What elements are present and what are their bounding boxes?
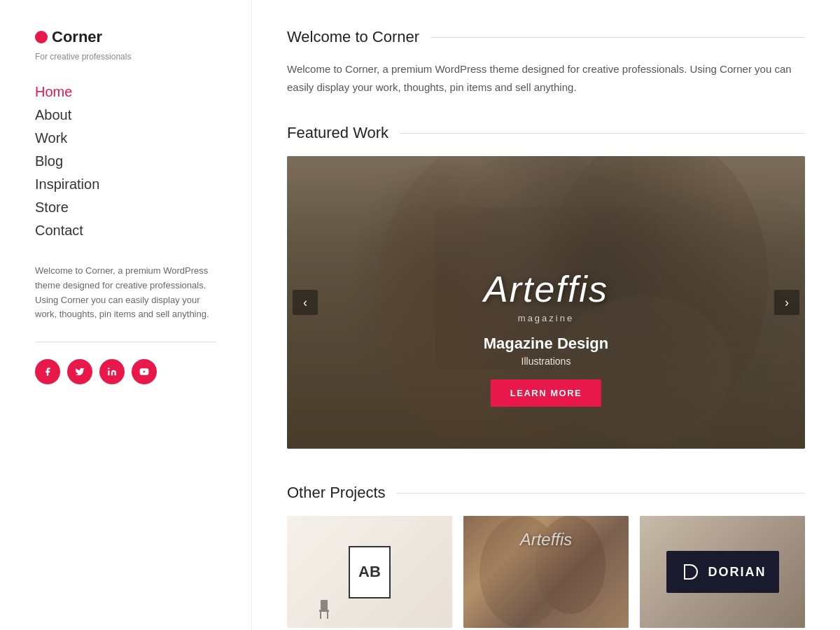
logo-dot (35, 31, 48, 43)
twitter-icon[interactable] (67, 359, 92, 384)
featured-work-slider: Arteffis magazine Magazine Design Illust… (287, 156, 805, 449)
nav-link-work[interactable]: Work (35, 127, 216, 149)
nav-link-home[interactable]: Home (35, 81, 216, 103)
dorian-logo-icon (679, 561, 701, 583)
other-projects-section: Other Projects AB (287, 484, 805, 628)
project-card-1-logo: AB (349, 546, 391, 598)
svg-rect-9 (327, 612, 328, 619)
nav-item-inspiration[interactable]: Inspiration (35, 174, 216, 195)
social-icons (35, 359, 216, 384)
featured-work-divider (400, 133, 805, 134)
nav-item-work[interactable]: Work (35, 127, 216, 149)
other-projects-title: Other Projects (287, 484, 386, 502)
featured-work-section: Featured Work Arteffis magazine Magazine… (287, 124, 805, 449)
facebook-icon[interactable] (35, 359, 60, 384)
nav-link-store[interactable]: Store (35, 197, 216, 218)
nav-link-contact[interactable]: Contact (35, 220, 216, 241)
main-content: Welcome to Corner Welcome to Corner, a p… (252, 0, 840, 630)
sidebar: Corner For creative professionals Home A… (0, 0, 252, 630)
project-card-1-letters: AB (358, 563, 381, 581)
nav-link-blog[interactable]: Blog (35, 150, 216, 172)
nav-item-contact[interactable]: Contact (35, 220, 216, 241)
logo-area: Corner (35, 28, 216, 46)
slider-subtitle: Illustrations (484, 356, 608, 367)
slider-logo-sub: magazine (484, 313, 608, 323)
slider-logo-text: Arteffis (484, 268, 608, 310)
sidebar-description: Welcome to Corner, a premium WordPress t… (35, 264, 216, 322)
svg-point-11 (536, 516, 606, 614)
project-card-3[interactable]: DORIAN (640, 516, 805, 628)
slider-content: Arteffis magazine Magazine Design Illust… (484, 268, 608, 407)
welcome-title: Welcome to Corner (287, 28, 419, 46)
nav-item-home[interactable]: Home (35, 81, 216, 103)
slider-title: Magazine Design (484, 335, 608, 353)
dorian-brand-text: DORIAN (708, 565, 766, 580)
featured-work-header: Featured Work (287, 124, 805, 142)
nav-link-about[interactable]: About (35, 104, 216, 126)
nav-link-inspiration[interactable]: Inspiration (35, 174, 216, 195)
slider-learn-more-button[interactable]: LEARN MORE (491, 379, 601, 407)
logo-tagline: For creative professionals (35, 52, 216, 62)
dorian-sign: DORIAN (666, 551, 779, 593)
sidebar-divider (35, 342, 216, 342)
youtube-icon[interactable] (132, 359, 157, 384)
nav-item-store[interactable]: Store (35, 197, 216, 218)
svg-rect-8 (320, 612, 321, 619)
project-card-1[interactable]: AB (287, 516, 452, 628)
linkedin-icon[interactable] (99, 359, 125, 384)
other-projects-divider (397, 493, 805, 493)
svg-point-0 (108, 368, 109, 369)
welcome-divider (430, 37, 805, 38)
slider-prev-button[interactable]: ‹ (293, 290, 318, 315)
chair-icon (316, 600, 332, 621)
slider-next-button[interactable]: › (774, 290, 799, 315)
welcome-body: Welcome to Corner, a premium WordPress t… (287, 60, 805, 96)
logo-text: Corner (52, 28, 102, 46)
svg-rect-6 (321, 600, 328, 610)
nav-item-blog[interactable]: Blog (35, 150, 216, 172)
welcome-header: Welcome to Corner (287, 28, 805, 46)
nav-item-about[interactable]: About (35, 104, 216, 126)
nav-list: Home About Work Blog Inspiration Store C… (35, 81, 216, 243)
project-card-2-decoration (463, 516, 629, 628)
project-card-2[interactable]: Arteffis (463, 516, 629, 628)
svg-rect-12 (679, 561, 701, 583)
svg-rect-7 (319, 610, 329, 612)
projects-grid: AB Arteffis (287, 516, 805, 628)
featured-work-title: Featured Work (287, 124, 388, 142)
welcome-section: Welcome to Corner Welcome to Corner, a p… (287, 28, 805, 96)
other-projects-header: Other Projects (287, 484, 805, 502)
